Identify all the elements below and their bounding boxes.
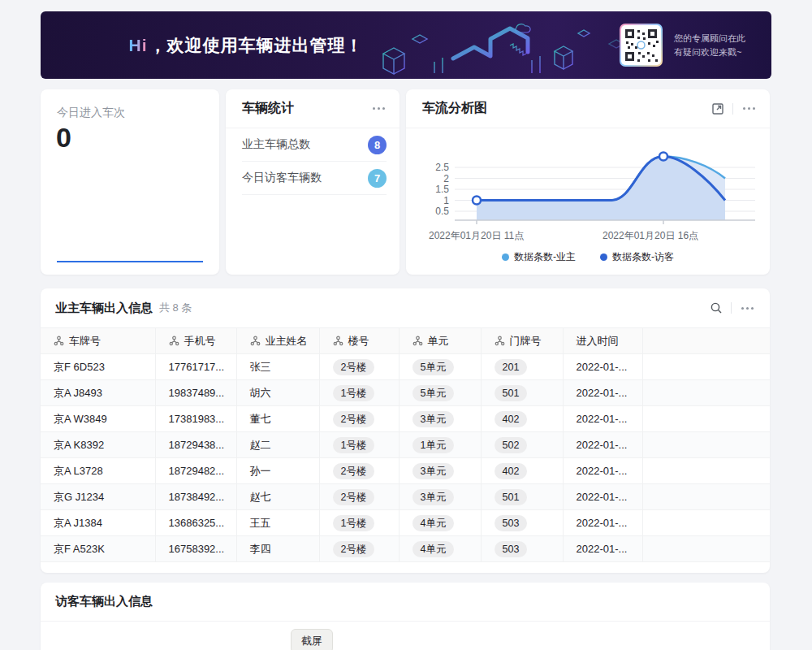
door-tag: 502: [495, 437, 528, 453]
cell-door[interactable]: 402: [481, 458, 563, 484]
building-tag: 1号楼: [333, 515, 375, 531]
cell-empty: [642, 536, 770, 562]
cell-name[interactable]: 董七: [236, 406, 319, 432]
cell-phone[interactable]: 18729482...: [155, 458, 236, 484]
cell-door[interactable]: 502: [481, 432, 563, 458]
column-header-unit[interactable]: 单元: [399, 328, 481, 354]
column-header-entry-time[interactable]: 进入时间: [563, 328, 642, 354]
more-menu-icon[interactable]: [740, 304, 755, 313]
cell-door[interactable]: 503: [481, 536, 563, 562]
cell-phone[interactable]: 18729438...: [155, 432, 236, 458]
cell-building[interactable]: 2号楼: [319, 406, 399, 432]
cell-door[interactable]: 201: [481, 354, 563, 380]
cell-unit[interactable]: 4单元: [399, 510, 481, 536]
cell-building[interactable]: 1号楼: [319, 510, 399, 536]
cell-unit[interactable]: 5单元: [399, 354, 481, 380]
cell-door[interactable]: 501: [481, 484, 563, 510]
field-type-icon: [412, 336, 423, 346]
column-header-plate[interactable]: 车牌号: [41, 328, 155, 354]
ytick-1-5: 1.5: [435, 184, 449, 195]
cell-entry-time[interactable]: 2022-01-...: [563, 536, 642, 562]
cell-plate[interactable]: 京A J8493: [41, 380, 155, 406]
cell-name[interactable]: 赵二: [236, 432, 319, 458]
cell-phone[interactable]: 19837489...: [155, 380, 236, 406]
today-entries-card: 今日进入车次 0: [41, 89, 219, 275]
table-row[interactable]: 京G J1234 18738492... 赵七 2号楼 3单元 501 2022…: [41, 484, 770, 510]
column-header-name[interactable]: 业主姓名: [236, 328, 319, 354]
cell-door[interactable]: 501: [481, 380, 563, 406]
column-header-door[interactable]: 门牌号: [481, 328, 563, 354]
marker-11h[interactable]: [473, 197, 481, 205]
cell-plate[interactable]: 京F 6D523: [41, 354, 155, 380]
cell-entry-time[interactable]: 2022-01-...: [563, 510, 642, 536]
building-tag: 2号楼: [333, 411, 375, 427]
divider: [731, 302, 732, 314]
more-menu-icon[interactable]: [371, 104, 387, 113]
cell-unit[interactable]: 3单元: [399, 406, 481, 432]
cell-building[interactable]: 2号楼: [319, 536, 399, 562]
cell-building[interactable]: 2号楼: [319, 484, 399, 510]
cell-phone[interactable]: 17761717...: [155, 354, 236, 380]
table-row[interactable]: 京A W3849 17381983... 董七 2号楼 3单元 402 2022…: [41, 406, 770, 432]
partial-button[interactable]: 截屏: [291, 629, 333, 650]
cell-entry-time[interactable]: 2022-01-...: [563, 458, 642, 484]
cell-name[interactable]: 张三: [236, 354, 319, 380]
building-tag: 2号楼: [333, 489, 375, 505]
cell-unit[interactable]: 3单元: [399, 458, 481, 484]
cell-plate[interactable]: 京G J1234: [41, 484, 155, 510]
building-tag: 2号楼: [333, 541, 375, 557]
table-row[interactable]: 京F A523K 16758392... 李四 2号楼 4单元 503 2022…: [41, 536, 770, 562]
ytick-2: 2: [443, 173, 449, 184]
cell-building[interactable]: 1号楼: [319, 432, 399, 458]
table-row[interactable]: 京A K8392 18729438... 赵二 1号楼 1单元 502 2022…: [41, 432, 770, 458]
cell-plate[interactable]: 京A W3849: [41, 406, 155, 432]
cell-phone[interactable]: 16758392...: [155, 536, 236, 562]
cell-plate[interactable]: 京A L3728: [41, 458, 155, 484]
cell-entry-time[interactable]: 2022-01-...: [563, 432, 642, 458]
unit-tag: 5单元: [412, 359, 455, 375]
legend-visitor[interactable]: 数据条数-访客: [600, 250, 674, 264]
vehicle-stats-title: 车辆统计: [242, 100, 294, 117]
cell-entry-time[interactable]: 2022-01-...: [563, 354, 642, 380]
column-header-phone[interactable]: 手机号: [155, 328, 236, 354]
cell-name[interactable]: 李四: [236, 536, 319, 562]
cell-plate[interactable]: 京F A523K: [41, 536, 155, 562]
marker-16h[interactable]: [659, 153, 667, 161]
cell-name[interactable]: 王五: [236, 510, 319, 536]
search-icon[interactable]: [710, 301, 723, 314]
table-row[interactable]: 京A J1384 13686325... 王五 1号楼 4单元 503 2022…: [41, 510, 770, 536]
cell-phone[interactable]: 13686325...: [155, 510, 236, 536]
cell-plate[interactable]: 京A K8392: [41, 432, 155, 458]
banner-greeting-text: ，欢迎使用车辆进出管理！: [149, 34, 364, 57]
table-row[interactable]: 京A L3728 18729482... 孙一 2号楼 3单元 402 2022…: [41, 458, 770, 484]
cell-unit[interactable]: 4单元: [399, 536, 481, 562]
building-tag: 1号楼: [333, 385, 375, 401]
cell-building[interactable]: 2号楼: [319, 354, 399, 380]
cell-name[interactable]: 胡六: [236, 380, 319, 406]
qr-pattern: [623, 27, 659, 63]
more-menu-icon[interactable]: [741, 104, 757, 113]
cell-phone[interactable]: 18738492...: [155, 484, 236, 510]
cell-entry-time[interactable]: 2022-01-...: [563, 380, 642, 406]
cell-name[interactable]: 赵七: [236, 484, 319, 510]
column-header-building[interactable]: 楼号: [319, 328, 399, 354]
cell-entry-time[interactable]: 2022-01-...: [563, 406, 642, 432]
cell-door[interactable]: 402: [481, 406, 563, 432]
cell-entry-time[interactable]: 2022-01-...: [563, 484, 642, 510]
cell-plate[interactable]: 京A J1384: [41, 510, 155, 536]
cell-unit[interactable]: 5单元: [399, 380, 481, 406]
xtick-label-16h: 2022年01月20日 16点: [603, 229, 698, 243]
cell-unit[interactable]: 3单元: [399, 484, 481, 510]
table-row[interactable]: 京A J8493 19837489... 胡六 1号楼 5单元 501 2022…: [41, 380, 770, 406]
cell-phone[interactable]: 17381983...: [155, 406, 236, 432]
cell-building[interactable]: 2号楼: [319, 458, 399, 484]
table-row[interactable]: 京F 6D523 17761717... 张三 2号楼 5单元 201 2022…: [41, 354, 770, 380]
cell-unit[interactable]: 1单元: [399, 432, 481, 458]
cell-building[interactable]: 1号楼: [319, 380, 399, 406]
expand-icon[interactable]: [711, 102, 724, 115]
legend-owner[interactable]: 数据条数-业主: [502, 250, 576, 264]
cell-name[interactable]: 孙一: [236, 458, 319, 484]
cell-door[interactable]: 503: [481, 510, 563, 536]
consultant-qr-code: [620, 24, 663, 67]
ytick-0-5: 0.5: [435, 206, 449, 217]
